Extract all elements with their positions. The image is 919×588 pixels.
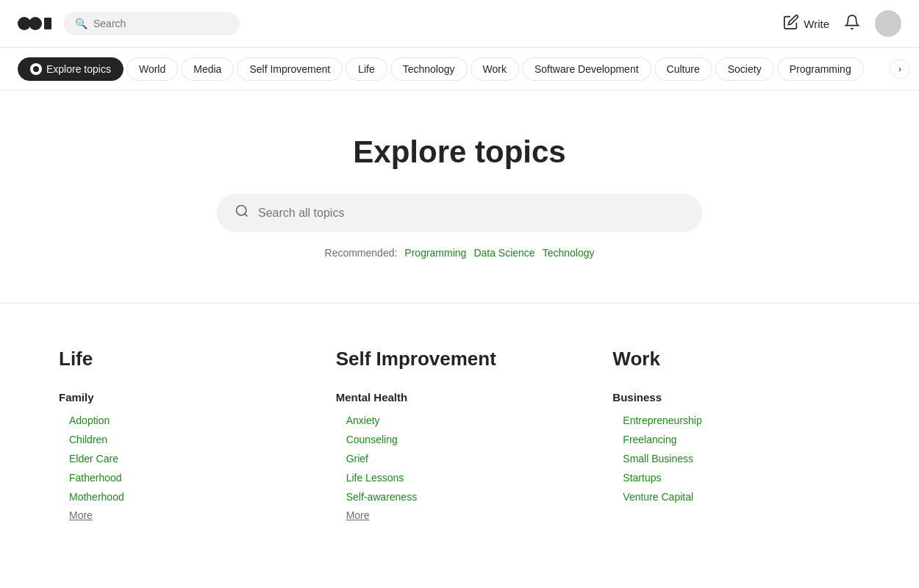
section-divider: [0, 303, 919, 304]
subcategory-mental-health-title: Mental Health: [336, 391, 584, 404]
topic-freelancing[interactable]: Freelancing: [612, 430, 860, 449]
subcategory-business-title: Business: [612, 391, 860, 404]
category-self-improvement-title: Self Improvement: [336, 348, 584, 370]
svg-point-1: [29, 17, 42, 30]
nav-item-explore-topics[interactable]: Explore topics: [18, 57, 124, 81]
topic-fatherhood[interactable]: Fatherhood: [59, 468, 307, 487]
header-search-input[interactable]: [93, 18, 226, 29]
write-icon: [783, 14, 799, 34]
topic-anxiety[interactable]: Anxiety: [336, 411, 584, 430]
write-button[interactable]: Write: [783, 14, 829, 34]
recommended-row: Recommended: Programming Data Science Te…: [18, 247, 901, 259]
subcategory-family-title: Family: [59, 391, 307, 404]
topic-venture-capital[interactable]: Venture Capital: [612, 487, 860, 506]
subcategory-mental-health: Mental Health Anxiety Counseling Grief L…: [336, 391, 584, 522]
search-icon: 🔍: [75, 18, 87, 29]
topic-adoption[interactable]: Adoption: [59, 411, 307, 430]
category-work-title: Work: [612, 348, 860, 370]
hero-search-input[interactable]: [258, 207, 684, 220]
recommended-tag-data-science[interactable]: Data Science: [473, 247, 534, 259]
topic-life-lessons[interactable]: Life Lessons: [336, 468, 584, 487]
header-right: Write: [783, 10, 901, 37]
header-left: 🔍: [18, 12, 240, 35]
topic-entrepreneurship[interactable]: Entrepreneurship: [612, 411, 860, 430]
hero-search-icon: [235, 204, 249, 222]
nav-arrow-button[interactable]: ›: [890, 59, 910, 79]
subcategory-family: Family Adoption Children Elder Care Fath…: [59, 391, 307, 522]
nav-item-society[interactable]: Society: [715, 57, 774, 81]
nav-item-software-development[interactable]: Software Development: [522, 57, 651, 81]
nav-item-world[interactable]: World: [126, 57, 178, 81]
subcategory-business: Business Entrepreneurship Freelancing Sm…: [612, 391, 860, 506]
recommended-label: Recommended:: [325, 247, 398, 259]
nav-item-self-improvement[interactable]: Self Improvement: [237, 57, 343, 81]
topic-small-business[interactable]: Small Business: [612, 449, 860, 468]
category-work: Work Business Entrepreneurship Freelanci…: [612, 348, 860, 539]
nav-item-work[interactable]: Work: [471, 57, 519, 81]
hero-title: Explore topics: [18, 135, 901, 170]
header: 🔍 Write: [0, 0, 919, 48]
nav-item-culture[interactable]: Culture: [654, 57, 712, 81]
category-self-improvement: Self Improvement Mental Health Anxiety C…: [336, 348, 584, 539]
nav-item-programming[interactable]: Programming: [777, 57, 864, 81]
category-life: Life Family Adoption Children Elder Care…: [59, 348, 307, 539]
write-label: Write: [804, 18, 829, 30]
topic-grief[interactable]: Grief: [336, 449, 584, 468]
topic-children[interactable]: Children: [59, 430, 307, 449]
svg-point-3: [237, 206, 246, 215]
explore-dot-icon: [30, 63, 42, 75]
avatar[interactable]: [875, 10, 901, 37]
topic-motherhood[interactable]: Motherhood: [59, 487, 307, 506]
topic-elder-care[interactable]: Elder Care: [59, 449, 307, 468]
nav-item-life[interactable]: Life: [346, 57, 387, 81]
header-search-box[interactable]: 🔍: [63, 12, 240, 35]
nav-item-media[interactable]: Media: [181, 57, 234, 81]
recommended-tag-programming[interactable]: Programming: [404, 247, 466, 259]
hero-search-box[interactable]: [217, 193, 702, 232]
notifications-icon[interactable]: [844, 14, 860, 34]
topic-self-awareness[interactable]: Self-awareness: [336, 487, 584, 506]
category-life-title: Life: [59, 348, 307, 370]
topic-startups[interactable]: Startups: [612, 468, 860, 487]
svg-line-4: [245, 214, 248, 217]
nav-item-technology[interactable]: Technology: [390, 57, 468, 81]
logo[interactable]: [18, 13, 51, 34]
more-family-link[interactable]: More: [59, 509, 93, 521]
topic-counseling[interactable]: Counseling: [336, 430, 584, 449]
more-mental-health-link[interactable]: More: [336, 509, 370, 521]
hero-section: Explore topics Recommended: Programming …: [0, 90, 919, 288]
recommended-tag-technology[interactable]: Technology: [543, 247, 595, 259]
categories-grid: Life Family Adoption Children Elder Care…: [0, 318, 919, 584]
svg-rect-2: [44, 18, 51, 29]
topic-nav: Explore topics World Media Self Improvem…: [0, 48, 919, 90]
